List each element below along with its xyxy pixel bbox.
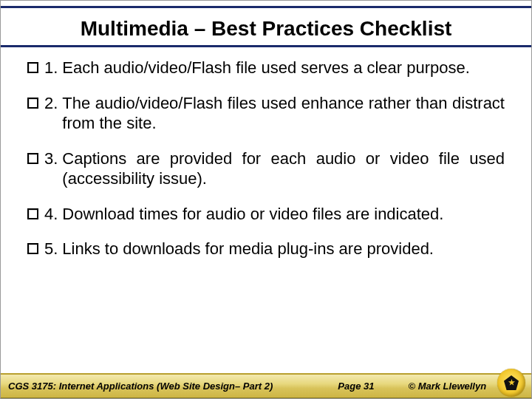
- item-text: Links to downloads for media plug-ins ar…: [62, 239, 505, 259]
- checklist-item: 4. Download times for audio or video fil…: [27, 204, 505, 225]
- checkbox-icon: [27, 208, 38, 219]
- checkbox-icon: [27, 243, 38, 254]
- item-text: Download times for audio or video files …: [62, 204, 505, 225]
- checkbox-icon: [27, 98, 38, 109]
- slide: Multimedia – Best Practices Checklist 1.…: [0, 0, 532, 399]
- footer-copyright: © Mark Llewellyn: [408, 381, 486, 392]
- item-number: 3.: [44, 149, 58, 169]
- item-text: Each audio/video/Flash file used serves …: [62, 58, 505, 78]
- item-text: The audio/video/Flash files used enhance…: [62, 93, 505, 134]
- checkbox-icon: [27, 153, 38, 164]
- checklist-item: 2. The audio/video/Flash files used enha…: [27, 93, 505, 134]
- footer-page: Page 31: [338, 381, 374, 392]
- checklist: 1. Each audio/video/Flash file used serv…: [1, 47, 531, 398]
- item-number: 2.: [44, 93, 58, 114]
- item-number: 4.: [44, 204, 58, 225]
- ucf-logo-icon: ★: [497, 369, 525, 397]
- footer: CGS 3175: Internet Applications (Web Sit…: [1, 370, 531, 398]
- item-number: 1.: [44, 58, 58, 78]
- checklist-item: 5. Links to downloads for media plug-ins…: [27, 239, 505, 259]
- checklist-item: 3. Captions are provided for each audio …: [27, 149, 505, 189]
- checkbox-icon: [27, 62, 38, 73]
- footer-course: CGS 3175: Internet Applications (Web Sit…: [8, 381, 273, 392]
- checklist-item: 1. Each audio/video/Flash file used serv…: [27, 58, 505, 78]
- item-number: 5.: [44, 239, 58, 259]
- item-text: Captions are provided for each audio or …: [62, 149, 505, 189]
- footer-bar: CGS 3175: Internet Applications (Web Sit…: [1, 373, 531, 398]
- slide-title: Multimedia – Best Practices Checklist: [1, 8, 531, 45]
